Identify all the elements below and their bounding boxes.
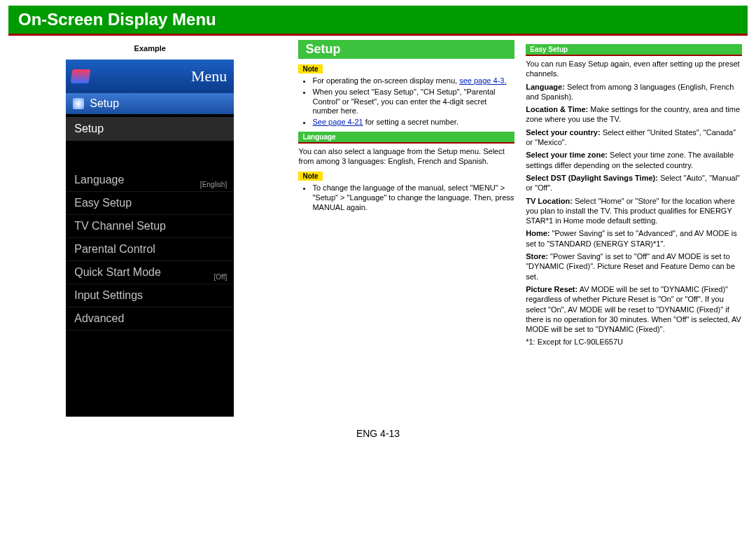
setup-heading: Setup [298,40,514,59]
link-page-4-21[interactable]: See page 4-21 [312,118,363,126]
note-1-item: When you select "Easy Setup", "CH Setup"… [312,88,514,116]
easy-setup-footnote: *1: Except for LC-90LE657U [526,337,742,347]
easy-setup-line: TV Location: Select "Home" or "Store" fo… [526,196,742,226]
easy-setup-line: Picture Reset: AV MODE will be set to "D… [526,284,742,334]
example-label: Example [14,44,286,53]
tv-menu-item: Parental Control [66,238,234,261]
note-label-2: Note [298,172,322,181]
language-text: You can also select a language from the … [298,146,514,167]
note-2-item: To change the language of the manual, se… [312,183,514,212]
easy-setup-subheading: Easy Setup [526,44,742,56]
tv-menu-item-value: [Off] [214,273,227,281]
tv-menu-title: Menu [191,67,227,85]
page-number: ENG 4-13 [0,428,756,439]
easy-setup-line: Location & Time: Make settings for the c… [526,104,742,125]
note-1-item: See page 4-21 for setting a secret numbe… [312,118,514,127]
tv-menu-screenshot: Menu Setup Setup Language[English]Easy S… [66,60,234,417]
easy-setup-line: Select your country: Select either "Unit… [526,127,742,148]
tv-menu-item: TV Channel Setup [66,215,234,238]
tv-category-row: Setup [66,93,234,114]
tv-menu-item: Language[English] [66,169,234,192]
tv-menu-item: Advanced [66,307,234,331]
note-1-list: For operating the on-screen display menu… [298,76,514,127]
easy-setup-line: Language: Select from among 3 languages … [526,82,742,102]
tv-category-label: Setup [90,97,119,110]
tv-menu-item: Quick Start Mode[Off] [66,261,234,284]
tv-logo-icon [71,69,91,83]
tv-selected-item: Setup [66,117,234,141]
tv-menu-item: Easy Setup [66,192,234,215]
tv-menu-item-value: [English] [200,181,227,188]
note-2-list: To change the language of the manual, se… [298,183,514,212]
link-page-4-3[interactable]: see page 4-3. [459,76,506,85]
easy-setup-line: Store: "Power Saving" is set to "Off" an… [526,251,742,282]
setup-column: Setup Note For operating the on-screen d… [293,40,520,417]
tv-header: Menu [66,60,234,93]
language-subheading: Language [298,132,514,144]
note-label-1: Note [298,64,322,74]
example-column: Example Menu Setup Setup Language[Englis… [8,40,293,417]
easy-setup-line: Select DST (Daylight Savings Time): Sele… [526,173,742,193]
easy-setup-intro: You can run Easy Setup again, even after… [526,59,742,79]
tv-menu-item: Input Settings [66,284,234,307]
content-columns: Example Menu Setup Setup Language[Englis… [0,40,756,417]
easy-setup-line: Home: "Power Saving" is set to "Advanced… [526,228,742,249]
page-banner: On-Screen Display Menu [8,6,748,36]
tv-category-icon [73,98,84,109]
easy-setup-column: Easy Setup You can run Easy Setup again,… [520,40,748,417]
easy-setup-line: Select your time zone: Select your time … [526,150,742,170]
note-1-item: For operating the on-screen display menu… [312,76,514,86]
